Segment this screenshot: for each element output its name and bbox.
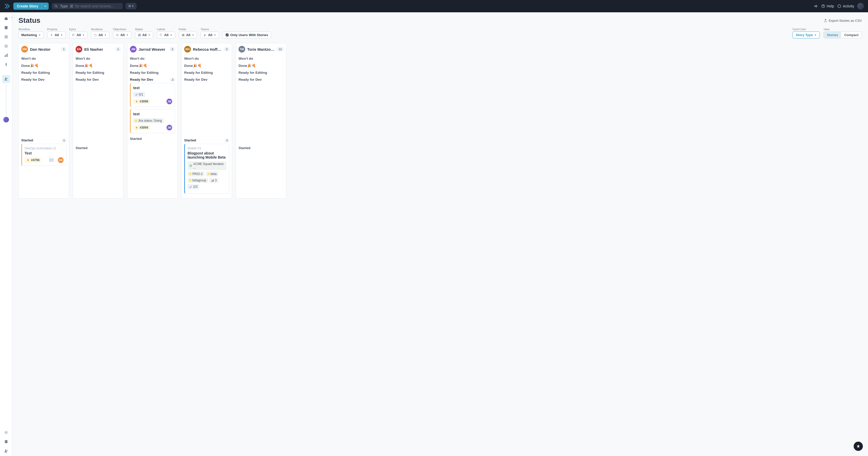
- card-tasks-tag[interactable]: 2/3: [188, 184, 199, 189]
- sidebar-reports[interactable]: [2, 51, 10, 59]
- section-header[interactable]: Started: [75, 145, 121, 151]
- sidebar-docs[interactable]: [2, 24, 10, 32]
- filter-iterations-button[interactable]: All▼: [91, 31, 110, 38]
- filter-workflow-button[interactable]: Marketing▼: [19, 31, 43, 38]
- search-input[interactable]: [75, 4, 120, 8]
- section-header[interactable]: Ready for Editing: [75, 69, 121, 76]
- sidebar-invite[interactable]: [2, 447, 10, 455]
- card-assignee-avatar[interactable]: JW: [166, 125, 172, 130]
- filter-workflow-label: Workflow: [19, 28, 43, 31]
- section-header[interactable]: Started1: [184, 137, 229, 144]
- card-jira-tag[interactable]: Jira status: Doing: [133, 118, 164, 123]
- section-header[interactable]: Ready for Dev: [184, 76, 229, 83]
- sidebar-integrations[interactable]: [2, 437, 10, 446]
- card-color-button[interactable]: Story Type▼: [793, 31, 820, 38]
- section-count: 1: [225, 139, 229, 142]
- column-avatar[interactable]: EN: [75, 46, 82, 53]
- filter-objectives-button[interactable]: All▼: [113, 31, 131, 38]
- filter-epics-button[interactable]: All▼: [69, 31, 88, 38]
- user-avatar[interactable]: [857, 3, 864, 9]
- list-icon: [182, 34, 185, 37]
- section-header[interactable]: Started: [130, 135, 175, 142]
- cmd-k-shortcut[interactable]: ⌘ K: [126, 3, 136, 9]
- sidebar-roadmap[interactable]: [2, 33, 10, 41]
- filter-projects-button[interactable]: All▼: [47, 31, 66, 38]
- sidebar-people[interactable]: [2, 75, 10, 83]
- card-tasks-tag[interactable]: 0/1: [133, 92, 145, 97]
- card-id-pill[interactable]: #4796: [25, 157, 41, 163]
- card-assignee-avatar[interactable]: DN: [58, 157, 64, 163]
- section-header[interactable]: Ready for Dev: [239, 76, 284, 83]
- section-header[interactable]: Ready for Editing: [21, 69, 66, 76]
- only-users-checkbox[interactable]: Only Users With Stories: [223, 31, 271, 38]
- story-card[interactable]: textJira status: Doing#3094JW: [130, 109, 175, 133]
- story-card[interactable]: Mobile V1Blogpost about launching Mobile…: [184, 144, 229, 194]
- section-header[interactable]: Done🎉🍕: [21, 62, 66, 69]
- card-label-tag[interactable]: betagroup: [188, 178, 208, 183]
- sidebar-settings[interactable]: [2, 428, 10, 436]
- sidebar-home[interactable]: [2, 14, 10, 23]
- section-header[interactable]: Ready for Editing: [239, 69, 284, 76]
- card-label-tag[interactable]: PRIO-2: [188, 172, 205, 177]
- filter-labels-button[interactable]: All▼: [157, 31, 175, 38]
- column-avatar[interactable]: JW: [130, 46, 136, 53]
- create-story-button[interactable]: Create Story: [13, 3, 42, 10]
- view-stories-button[interactable]: Stories: [824, 32, 841, 38]
- svg-rect-20: [182, 35, 184, 35]
- column-avatar[interactable]: DN: [21, 46, 28, 53]
- card-points-tag[interactable]: 3: [209, 178, 219, 183]
- fab-button[interactable]: [854, 442, 863, 451]
- section-header[interactable]: Won't do: [184, 55, 229, 62]
- app-logo[interactable]: [4, 3, 10, 9]
- sidebar-expand-button[interactable]: [9, 15, 14, 20]
- activity-link[interactable]: Activity: [837, 4, 854, 8]
- section-header[interactable]: Done🎉🍕: [239, 62, 284, 69]
- view-compact-button[interactable]: Compact: [841, 32, 862, 38]
- section-header[interactable]: Won't do: [21, 55, 66, 62]
- card-assignee-avatar[interactable]: JW: [166, 99, 172, 104]
- section-header[interactable]: Ready for Dev2: [130, 76, 175, 83]
- svg-rect-19: [182, 34, 184, 35]
- filter-teams-button[interactable]: All▼: [200, 31, 219, 38]
- section-header[interactable]: Ready for Editing: [184, 69, 229, 76]
- section-header[interactable]: Won't do: [75, 55, 121, 62]
- view-label: View: [824, 28, 862, 31]
- section-header[interactable]: Won't do: [239, 55, 284, 62]
- section-header[interactable]: Won't do: [130, 55, 175, 62]
- search-bar[interactable]: Type /: [52, 3, 122, 9]
- story-card[interactable]: text0/1#3096JW: [130, 83, 175, 107]
- column-avatar[interactable]: TM: [239, 46, 245, 53]
- announcements-icon[interactable]: [814, 4, 818, 8]
- create-story-dropdown[interactable]: [42, 3, 49, 10]
- card-iteration-tag[interactable]: ACME Squad Iteration ...: [188, 161, 226, 170]
- column-avatar[interactable]: RH: [184, 46, 191, 53]
- section-header[interactable]: Started: [239, 145, 284, 151]
- section-header[interactable]: Done🎉🍕: [75, 62, 121, 69]
- search-icon: [54, 4, 58, 8]
- card-epic: DevOps Automation v2: [25, 147, 64, 150]
- card-id-pill[interactable]: #3094: [133, 125, 150, 130]
- sidebar-rocket[interactable]: [2, 60, 10, 69]
- section-header[interactable]: Ready for Dev: [75, 76, 121, 83]
- help-link[interactable]: Help: [821, 4, 834, 8]
- filter-states-button[interactable]: All▼: [135, 31, 153, 38]
- svg-point-22: [204, 34, 205, 35]
- section-header[interactable]: Done🎉🍕: [184, 62, 229, 69]
- card-label-tag[interactable]: beta: [206, 172, 218, 177]
- filter-fields-button[interactable]: All▼: [179, 31, 197, 38]
- section-header[interactable]: Done🎉🍕: [130, 62, 175, 69]
- card-title: Blogpost about launching Mobile Beta: [188, 151, 226, 159]
- activity-icon: [837, 4, 841, 8]
- section-header[interactable]: Ready for Editing: [130, 69, 175, 76]
- sidebar-goals[interactable]: [2, 42, 10, 50]
- story-card[interactable]: DevOps Automation v2Test#4796·DN: [21, 144, 66, 166]
- card-id-pill[interactable]: #3096: [133, 99, 150, 104]
- section-header[interactable]: Ready for Dev: [21, 76, 66, 83]
- cycle-icon: [94, 34, 97, 37]
- export-csv-link[interactable]: Export Stories as CSV: [824, 19, 862, 23]
- section-header[interactable]: Started1: [21, 137, 66, 144]
- card-title: text: [133, 112, 172, 116]
- sidebar-user-avatar[interactable]: [3, 117, 9, 122]
- svg-point-12: [5, 450, 6, 451]
- svg-point-0: [55, 5, 57, 7]
